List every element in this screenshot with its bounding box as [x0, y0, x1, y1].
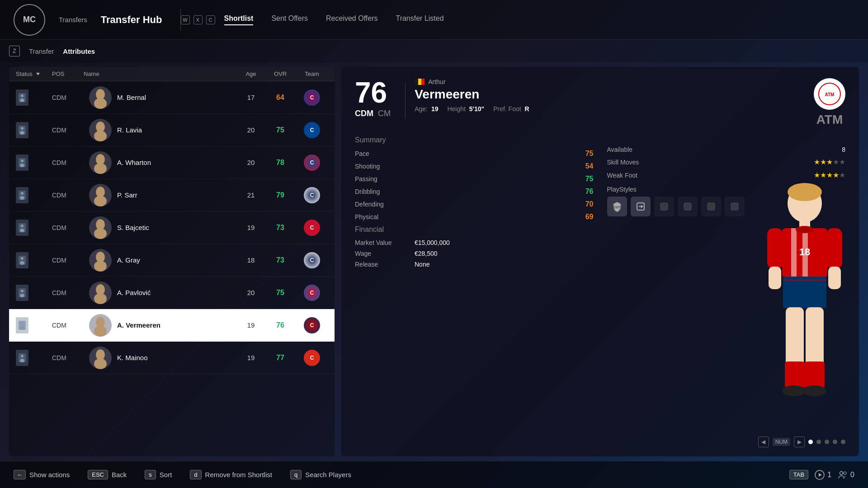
svg-point-7	[20, 131, 24, 135]
player-age: 19	[237, 354, 264, 361]
player-status-col	[16, 89, 52, 106]
player-status-col	[16, 252, 52, 268]
player-team: C	[296, 350, 328, 366]
action-key-q: q	[290, 470, 302, 479]
player-name: K. Mainoo	[117, 354, 237, 362]
player-avatar	[89, 314, 112, 337]
player-pos: CDM	[52, 322, 84, 329]
svg-rect-53	[708, 203, 715, 210]
player-rating: 76	[355, 78, 387, 107]
player-status-col	[16, 350, 52, 366]
status-icon	[16, 350, 28, 366]
player-ovr: 76	[264, 321, 296, 329]
player-name: S. Bajcetic	[117, 224, 237, 232]
player-avatar	[89, 151, 112, 174]
persons-icon	[838, 470, 848, 480]
svg-rect-63	[767, 228, 783, 269]
player-pos: CDM	[52, 257, 84, 264]
action-show-actions[interactable]: ← Show actions	[14, 470, 70, 479]
player-team: C	[296, 317, 328, 333]
player-row[interactable]: CDM A. Vermeeren 19 76 C	[9, 309, 335, 342]
svg-point-44	[94, 358, 107, 369]
player-row[interactable]: CDM A. Wharton 20 78 C	[9, 146, 335, 179]
svg-point-31	[21, 290, 24, 292]
player-avatar	[89, 216, 112, 239]
svg-rect-59	[791, 228, 797, 278]
player-row[interactable]: CDM A. Pavlović 20 75 C	[9, 277, 335, 309]
col-header-ovr: OVR	[264, 70, 296, 77]
svg-point-27	[20, 261, 24, 265]
svg-marker-76	[819, 473, 822, 477]
status-icon	[16, 252, 28, 268]
status-icon	[16, 122, 28, 138]
nav-tabs: Shortlist Sent Offers Received Offers Tr…	[224, 14, 444, 25]
player-pos: CDM	[52, 192, 84, 199]
player-list: Status POS Name Age OVR Team CDM	[9, 67, 335, 456]
action-sort[interactable]: s Sort	[145, 470, 172, 479]
tab-sent-offers[interactable]: Sent Offers	[271, 14, 308, 25]
tab-transfer-listed[interactable]: Transfer Listed	[396, 14, 443, 25]
player-row[interactable]: CDM R. Lavia 20 75 C	[9, 114, 335, 146]
svg-rect-68	[806, 307, 824, 371]
player-avatar	[89, 282, 112, 304]
svg-point-6	[21, 127, 24, 130]
player-name: M. Bernal	[117, 94, 237, 102]
subnav-transfer[interactable]: Transfer	[29, 47, 54, 55]
player-avatar	[89, 249, 112, 272]
player-ovr: 64	[264, 94, 296, 102]
player-age: 17	[237, 94, 264, 101]
nav-transfers[interactable]: Transfers	[59, 16, 87, 23]
svg-rect-66	[828, 267, 841, 289]
svg-point-71	[782, 385, 806, 396]
stat-shooting: Shooting 54	[355, 162, 594, 170]
bottom-right: TAB 1 0	[789, 470, 854, 480]
action-remove-shortlist[interactable]: d Remove from Shortlist	[190, 470, 272, 479]
player-team: C	[296, 89, 328, 106]
player-row[interactable]: CDM K. Mainoo 19 77 C	[9, 342, 335, 374]
col-header-team: Team	[296, 70, 328, 77]
br-count-2: 0	[850, 471, 854, 479]
action-search-players[interactable]: q Search Players	[290, 470, 351, 479]
rating-block: 76 CDM CM	[355, 78, 396, 118]
svg-rect-52	[684, 203, 691, 210]
player-status-col	[16, 155, 52, 171]
z-key-badge: Z	[9, 46, 20, 56]
player-row[interactable]: CDM A. Gray 18 73 C	[9, 244, 335, 277]
foot-label: Pref. Foot R	[493, 105, 529, 113]
key-badges-area: W X C	[181, 15, 217, 24]
player-pos: CDM	[52, 159, 84, 166]
action-back[interactable]: ESC Back	[88, 470, 127, 479]
playstyle-3	[654, 197, 674, 216]
player-first-name: Arthur	[428, 78, 445, 85]
tab-received-offers[interactable]: Received Offers	[326, 14, 377, 25]
action-label-show: Show actions	[29, 471, 70, 479]
stat-list: Pace 75 Shooting 54 Passing 75 Dribbling…	[355, 150, 594, 221]
player-rows: CDM M. Bernal 17 64 C	[9, 81, 335, 456]
key-c: C	[206, 15, 215, 24]
svg-point-19	[94, 196, 107, 206]
tab-shortlist[interactable]: Shortlist	[224, 14, 254, 25]
player-row[interactable]: CDM S. Bajcetic 19 73 C	[9, 211, 335, 244]
svg-point-77	[840, 471, 843, 474]
player-ovr: 73	[264, 224, 296, 232]
player-team: C	[296, 252, 328, 268]
svg-point-32	[20, 294, 24, 297]
player-row[interactable]: CDM M. Bernal 17 64 C	[9, 81, 335, 114]
player-name: A. Pavlović	[117, 289, 237, 297]
svg-text:18: 18	[799, 246, 810, 258]
height-label: Height 5'10"	[447, 105, 484, 113]
nav-transfer-hub[interactable]: Transfer Hub	[101, 14, 162, 26]
col-header-pos: POS	[52, 70, 84, 77]
svg-point-22	[20, 229, 24, 232]
svg-rect-64	[769, 267, 781, 289]
key-x: X	[193, 15, 203, 24]
svg-point-16	[21, 192, 24, 195]
player-avatar	[89, 119, 112, 141]
subnav-attributes[interactable]: Attributes	[63, 47, 95, 55]
player-status-col	[16, 285, 52, 301]
stat-defending: Defending 70	[355, 200, 594, 208]
player-ovr: 75	[264, 126, 296, 134]
age-label: Age: 19	[415, 105, 438, 113]
main-content: Status POS Name Age OVR Team CDM	[0, 62, 868, 461]
player-row[interactable]: CDM P. Sarr 21 79 C	[9, 179, 335, 211]
